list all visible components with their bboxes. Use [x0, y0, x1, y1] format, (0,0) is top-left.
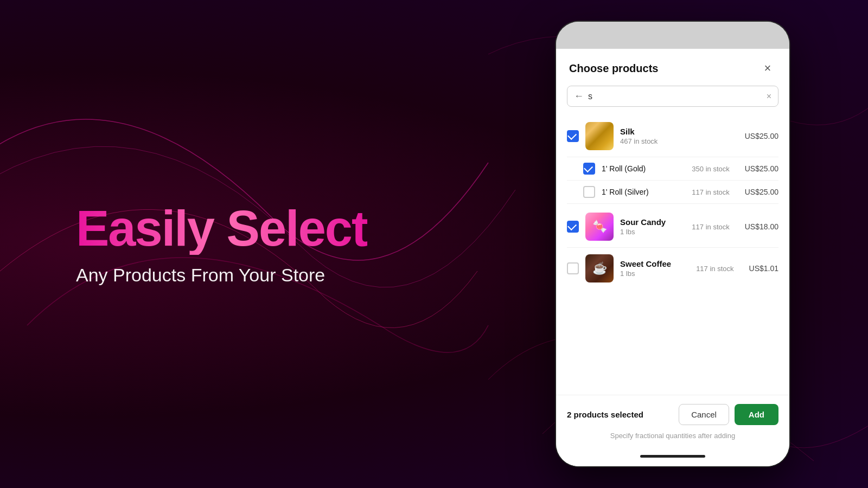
product-group-silk: Silk 467 in stock US$25.00 1' Roll (Gold… — [567, 115, 778, 204]
product-name-sour-candy: Sour Candy — [620, 217, 685, 227]
phone-top-bar — [556, 22, 789, 49]
product-stock-sour-candy: 117 in stock — [692, 223, 729, 231]
products-list: Silk 467 in stock US$25.00 1' Roll (Gold… — [556, 115, 789, 395]
product-thumbnail-sweet-coffee: ☕ — [585, 254, 614, 282]
table-row: 1' Roll (Silver) 117 in stock US$25.00 — [567, 181, 778, 204]
product-price-silk: US$25.00 — [745, 132, 778, 140]
checkbox-silk-gold[interactable] — [583, 163, 595, 175]
checkbox-sweet-coffee[interactable] — [567, 262, 579, 274]
variant-stock-silk-gold: 350 in stock — [692, 165, 729, 173]
product-price-sweet-coffee: US$1.01 — [749, 264, 778, 273]
search-bar[interactable]: ← × — [567, 86, 778, 107]
modal-container: Choose products × ← × Silk — [556, 49, 789, 466]
checkbox-silk-silver[interactable] — [583, 186, 595, 198]
product-info-sweet-coffee: Sweet Coffee 1 lbs — [620, 259, 690, 278]
phone-home-bar — [556, 451, 789, 466]
footer-row: 2 products selected Cancel Add — [567, 404, 778, 425]
modal-title: Choose products — [569, 62, 658, 75]
table-row: 1' Roll (Gold) 350 in stock US$25.00 — [567, 157, 778, 181]
footer-note: Specify fractional quantities after addi… — [567, 432, 778, 440]
phone-frame: Choose products × ← × Silk — [556, 22, 789, 466]
left-section: Easily Select Any Products From Your Sto… — [0, 0, 472, 488]
selected-count: 2 products selected — [567, 410, 643, 419]
variant-stock-silk-silver: 117 in stock — [692, 188, 729, 196]
right-section: Choose products × ← × Silk — [542, 0, 803, 488]
subheadline: Any Products From Your Store — [76, 265, 325, 286]
variant-name-silk-gold: 1' Roll (Gold) — [602, 164, 685, 173]
search-clear-icon[interactable]: × — [767, 92, 771, 101]
product-sub-sour-candy: 1 lbs — [620, 228, 685, 236]
variant-price-silk-silver: US$25.00 — [745, 188, 778, 196]
product-info-silk-silver: 1' Roll (Silver) — [602, 188, 685, 196]
checkbox-sour-candy[interactable] — [567, 221, 579, 233]
modal-footer: 2 products selected Cancel Add Specify f… — [556, 395, 789, 451]
variant-price-silk-gold: US$25.00 — [745, 164, 778, 173]
variant-name-silk-silver: 1' Roll (Silver) — [602, 188, 685, 196]
footer-buttons: Cancel Add — [679, 404, 778, 425]
product-sub-sweet-coffee: 1 lbs — [620, 269, 690, 278]
modal-header: Choose products × — [556, 49, 789, 86]
search-input[interactable] — [588, 92, 767, 101]
product-info-silk: Silk 467 in stock — [620, 127, 738, 145]
home-indicator — [640, 455, 705, 458]
headline: Easily Select — [76, 202, 367, 255]
product-price-sour-candy: US$18.00 — [745, 222, 778, 231]
product-info-sour-candy: Sour Candy 1 lbs — [620, 217, 685, 236]
search-back-icon[interactable]: ← — [574, 91, 584, 102]
product-thumbnail-sour-candy: 🍬 — [585, 213, 614, 241]
table-row: Silk 467 in stock US$25.00 — [567, 115, 778, 157]
close-button[interactable]: × — [759, 60, 776, 77]
product-name-sweet-coffee: Sweet Coffee — [620, 259, 690, 268]
product-info-silk-gold: 1' Roll (Gold) — [602, 164, 685, 173]
product-stock-sweet-coffee: 117 in stock — [696, 265, 733, 273]
product-thumbnail-silk — [585, 122, 614, 150]
product-stock-silk: 467 in stock — [620, 137, 738, 145]
table-row: 🍬 Sour Candy 1 lbs 117 in stock US$18.00 — [567, 206, 778, 248]
checkbox-silk[interactable] — [567, 130, 579, 142]
cancel-button[interactable]: Cancel — [679, 404, 729, 425]
add-button[interactable]: Add — [735, 404, 778, 425]
table-row: ☕ Sweet Coffee 1 lbs 117 in stock US$1.0… — [567, 248, 778, 289]
product-name-silk: Silk — [620, 127, 738, 136]
